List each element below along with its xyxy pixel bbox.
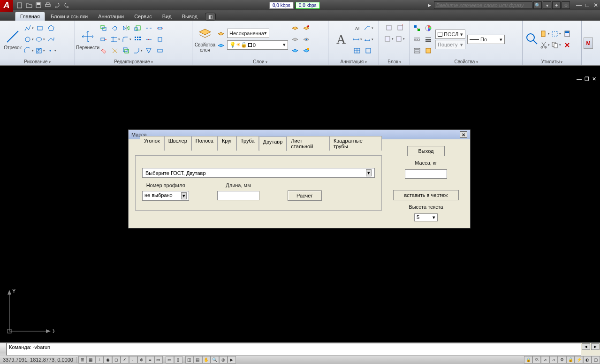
grid-toggle[interactable]: ▦ bbox=[87, 356, 95, 364]
layer-state-icon[interactable] bbox=[216, 29, 226, 39]
layer-freeze-icon[interactable] bbox=[290, 46, 300, 56]
profile-select[interactable]: не выбрано ▾ bbox=[142, 191, 189, 201]
block-attr-icon[interactable]: ▾ bbox=[395, 34, 405, 44]
copy2-icon[interactable]: ▾ bbox=[551, 40, 561, 50]
lineweight-icon[interactable] bbox=[423, 34, 433, 45]
favorite-icon[interactable]: ☆ bbox=[562, 1, 570, 9]
panel-layers-title[interactable]: Слои bbox=[192, 58, 328, 65]
panel-draw-title[interactable]: Рисование bbox=[0, 58, 75, 65]
polar-toggle[interactable]: ◉ bbox=[104, 356, 112, 364]
qat-print-icon[interactable] bbox=[44, 1, 52, 9]
calc-icon[interactable] bbox=[562, 29, 572, 39]
panel-modify-title[interactable]: Редактирование bbox=[75, 58, 192, 65]
qview-layouts[interactable]: ◫ bbox=[185, 356, 194, 364]
panel-props-title[interactable]: Свойства bbox=[410, 58, 522, 65]
chamfer-icon[interactable]: ▾ bbox=[132, 46, 143, 56]
linetype-icon[interactable] bbox=[412, 34, 422, 45]
layer-prev-icon[interactable] bbox=[301, 34, 311, 45]
dim-linear-icon[interactable]: ▾ bbox=[363, 34, 373, 45]
clean-icon[interactable] bbox=[562, 40, 572, 50]
ribbon-tab-main[interactable]: Главная bbox=[15, 12, 45, 21]
otrack-toggle[interactable]: ∠ bbox=[121, 356, 129, 364]
match-props-icon[interactable] bbox=[412, 23, 422, 33]
ribbon-tab-view[interactable]: Вид bbox=[158, 12, 176, 21]
command-input[interactable]: Команда: -vbarun bbox=[7, 343, 581, 356]
ribbon-extra-button[interactable]: ◧ bbox=[205, 13, 216, 21]
ribbon-tab-blocks[interactable]: Блоки и ссылки bbox=[46, 12, 92, 21]
gost-dropdown[interactable]: Выберите ГОСТ, Двутавр ▾ bbox=[142, 168, 375, 178]
qat-save-icon[interactable] bbox=[34, 1, 43, 9]
lengthen-icon[interactable] bbox=[155, 23, 165, 33]
offset-icon[interactable] bbox=[121, 46, 131, 56]
lineweight-dropdown[interactable]: По▾ bbox=[467, 35, 505, 44]
circle-icon[interactable]: ▾ bbox=[23, 34, 34, 45]
plot-style-icon[interactable] bbox=[423, 46, 433, 56]
copy-icon[interactable] bbox=[99, 23, 109, 33]
qat-redo-icon[interactable] bbox=[62, 1, 71, 9]
panel-utils-title[interactable]: Утилиты bbox=[523, 58, 581, 65]
dyn-toggle[interactable]: ⊕ bbox=[137, 356, 146, 364]
create-block-icon[interactable] bbox=[395, 23, 405, 33]
explode-icon[interactable] bbox=[110, 46, 120, 56]
fillet-icon[interactable]: ▾ bbox=[121, 34, 131, 45]
color-wheel-icon[interactable] bbox=[423, 23, 433, 33]
insert-button[interactable]: вставить в чертеж bbox=[393, 190, 459, 200]
search-go-icon[interactable]: 🔍 bbox=[533, 1, 542, 9]
polyline-icon[interactable]: ▾ bbox=[23, 23, 34, 33]
tab-channel[interactable]: Швелер bbox=[164, 136, 191, 151]
ribbon-tab-service[interactable]: Сервис bbox=[129, 12, 157, 21]
layer-properties-button[interactable]: Свойства слоя bbox=[194, 25, 216, 53]
exit-button[interactable]: Выход bbox=[407, 146, 445, 156]
tab-pipe[interactable]: Труба bbox=[236, 136, 259, 151]
dw-close[interactable]: ✕ bbox=[592, 76, 596, 82]
scale-icon[interactable] bbox=[132, 23, 143, 33]
arc-icon[interactable]: ▾ bbox=[23, 46, 34, 56]
break-icon[interactable] bbox=[144, 23, 154, 33]
array-icon[interactable] bbox=[132, 34, 143, 45]
pan-button[interactable]: ✋ bbox=[202, 356, 211, 364]
layer-current-dropdown[interactable]: 💡 ☀ 🔓 0 ▾ bbox=[227, 40, 288, 50]
panel-block-title[interactable]: Блок bbox=[379, 58, 410, 65]
side-tab[interactable]: M bbox=[584, 38, 593, 49]
line-button[interactable]: Отрезок bbox=[2, 28, 23, 51]
ellipse-icon[interactable]: ▾ bbox=[35, 34, 45, 45]
extend-icon[interactable] bbox=[155, 46, 165, 56]
measure-button[interactable] bbox=[524, 30, 539, 48]
zoom-button[interactable]: 🔍 bbox=[211, 356, 219, 364]
anno-scale[interactable]: ⚖ bbox=[532, 356, 541, 364]
layer-lock2-icon[interactable] bbox=[301, 46, 311, 56]
select-icon[interactable]: ▾ bbox=[551, 29, 561, 39]
qat-undo-icon[interactable] bbox=[53, 1, 61, 9]
anno-vis[interactable]: ⊿ bbox=[541, 356, 549, 364]
showmotion-button[interactable]: ▶ bbox=[228, 356, 236, 364]
plotstyle-dropdown[interactable]: Поцвету▾ bbox=[435, 40, 465, 49]
calculate-button[interactable]: Расчет bbox=[288, 190, 322, 201]
comm-icon[interactable]: ✦ bbox=[552, 1, 561, 9]
stretch-icon[interactable] bbox=[99, 34, 109, 45]
tab-angle[interactable]: Уголок bbox=[140, 136, 164, 151]
rotate-icon[interactable] bbox=[110, 23, 120, 33]
divide-icon[interactable] bbox=[155, 34, 165, 45]
app-logo[interactable]: A bbox=[0, 0, 13, 12]
rectangle-icon[interactable] bbox=[35, 23, 45, 33]
hardware-accel[interactable]: ⚡ bbox=[575, 356, 583, 364]
workspace-switch[interactable]: ⚙ bbox=[558, 356, 566, 364]
ribbon-tab-output[interactable]: Вывод bbox=[177, 12, 202, 21]
qat-new-icon[interactable] bbox=[15, 1, 24, 9]
point-icon[interactable]: ▾ bbox=[46, 46, 56, 56]
qat-open-icon[interactable] bbox=[25, 1, 33, 9]
ortho-toggle[interactable]: ⊥ bbox=[95, 356, 104, 364]
tab-ibeam[interactable]: Двутавр bbox=[259, 136, 287, 151]
isolate-objects[interactable]: ◐ bbox=[583, 356, 592, 364]
cut-icon[interactable]: ▾ bbox=[539, 40, 550, 50]
layer-match-icon[interactable] bbox=[301, 23, 311, 33]
move-button[interactable]: Перенести bbox=[77, 28, 99, 51]
maximize-button[interactable]: □ bbox=[584, 2, 591, 8]
join-icon[interactable] bbox=[144, 34, 154, 45]
dimension-icon[interactable]: ▾ bbox=[352, 34, 362, 45]
mirror-icon[interactable] bbox=[121, 23, 131, 33]
leader-icon[interactable]: ▾ bbox=[363, 23, 373, 33]
layer-off-icon[interactable] bbox=[290, 34, 300, 45]
textheight-select[interactable]: 5 ▾ bbox=[414, 213, 438, 221]
dialog-close-button[interactable]: ✕ bbox=[460, 131, 467, 138]
